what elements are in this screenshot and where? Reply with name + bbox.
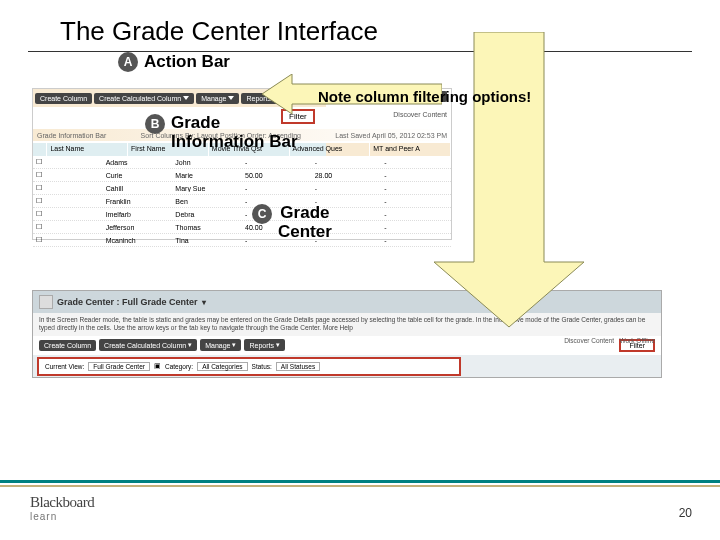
table-row[interactable]: ☐McaninchTina--- (33, 234, 451, 247)
footer: Blackboard learn 20 (0, 480, 720, 540)
create-calculated-button[interactable]: Create Calculated Column (94, 93, 194, 104)
create-column-lower[interactable]: Create Column (39, 340, 96, 351)
callout-b-text: GradeInformation Bar (171, 114, 298, 151)
table-row[interactable]: ☐FranklinBen--- (33, 195, 451, 208)
manage-button[interactable]: Manage (196, 93, 239, 104)
table-row[interactable]: ☐CahillMary Sue--- (33, 182, 451, 195)
table-row[interactable]: ☐JeffersonThomas40.00-- (33, 221, 451, 234)
badge-a: A (118, 52, 138, 72)
callout-c-text: GradeCenter (278, 204, 332, 241)
callout-a: A Action Bar (118, 52, 230, 72)
lower-right-links[interactable]: Discover Content Work Offline (564, 337, 655, 344)
gc-icon (39, 295, 53, 309)
table-row[interactable]: ☐AdamsJohn--- (33, 156, 451, 169)
badge-c: C (252, 204, 272, 224)
current-view-bar: Current View: Full Grade Center ▣ Catego… (37, 357, 461, 376)
page-number: 20 (679, 506, 692, 520)
badge-b: B (145, 114, 165, 134)
table-row[interactable]: ☐ImelfarbDebra--- (33, 208, 451, 221)
slide-title: The Grade Center Interface (28, 0, 692, 52)
note-filtering: Note column filtering options! (318, 88, 531, 105)
blackboard-logo: Blackboard learn (30, 494, 94, 522)
grade-rows: ☐AdamsJohn---☐CurieMarie50.0028.00-☐Cahi… (33, 156, 451, 239)
chevron-down-icon[interactable]: ▾ (202, 298, 206, 307)
arrow-down-shape (434, 32, 584, 332)
reports-lower[interactable]: Reports ▾ (244, 339, 285, 351)
create-column-button[interactable]: Create Column (35, 93, 92, 104)
svg-marker-0 (434, 32, 584, 327)
table-row[interactable]: ☐CurieMarie50.0028.00- (33, 169, 451, 182)
category-select[interactable]: All Categories (197, 362, 247, 371)
callout-b: B GradeInformation Bar (145, 114, 298, 151)
callout-a-text: Action Bar (144, 52, 230, 72)
status-select[interactable]: All Statuses (276, 362, 320, 371)
manage-lower[interactable]: Manage ▾ (200, 339, 241, 351)
callout-c: C GradeCenter (252, 204, 332, 241)
create-calc-lower[interactable]: Create Calculated Column ▾ (99, 339, 197, 351)
view-select[interactable]: Full Grade Center (88, 362, 150, 371)
